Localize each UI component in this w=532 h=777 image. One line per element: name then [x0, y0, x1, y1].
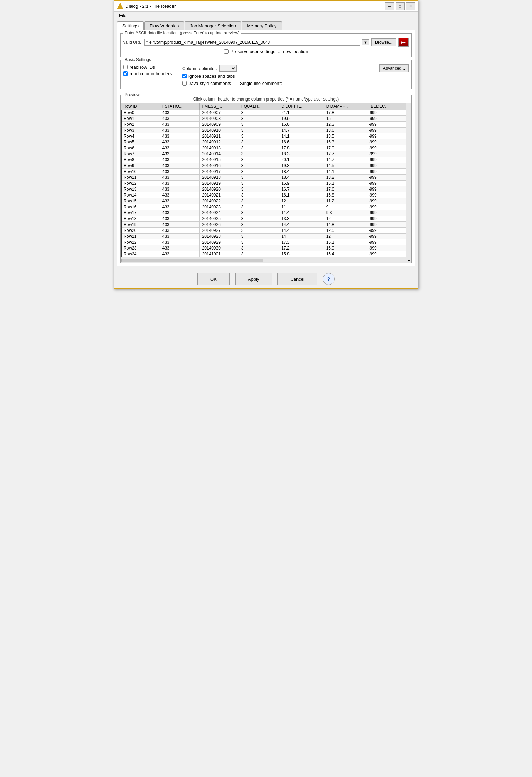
browse-button[interactable]: Browse... [371, 38, 396, 46]
tab-flow-variables[interactable]: Flow Variables [144, 21, 184, 30]
cell-data: 433 [160, 192, 200, 198]
preserve-label: Preserve user settings for new location [231, 49, 308, 54]
cell-data: 18.4 [279, 169, 324, 175]
help-button[interactable]: ? [323, 273, 335, 285]
cell-data: 3 [239, 133, 279, 139]
table-row: Row1043320140917318.414.1-999 [121, 169, 406, 175]
menu-file[interactable]: File [117, 12, 128, 19]
h-scrollbar-right[interactable]: ▶ [406, 257, 411, 263]
cell-rowid: Row13 [121, 186, 160, 192]
cell-data: 20140908 [200, 116, 239, 122]
col-header-qualit[interactable]: I QUALIT... [239, 103, 279, 110]
cell-rowid: Row11 [121, 175, 160, 181]
cell-rowid: Row24 [121, 251, 160, 257]
cell-data: 20140927 [200, 228, 239, 234]
cell-data: 15.1 [324, 239, 366, 245]
url-dropdown-button[interactable]: ▼ [362, 39, 369, 45]
read-row-ids-checkbox[interactable] [123, 65, 128, 69]
read-col-headers-checkbox[interactable] [123, 71, 128, 76]
table-row: Row043320140907321.117.8-999 [121, 110, 406, 116]
table-row: Row2043320140927314.412.5-999 [121, 228, 406, 234]
cell-rowid: Row23 [121, 245, 160, 251]
cell-data: 20.1 [279, 157, 324, 163]
preserve-checkbox[interactable] [224, 49, 229, 54]
cell-rowid: Row3 [121, 128, 160, 133]
tab-job-manager[interactable]: Job Manager Selection [185, 21, 241, 30]
table-row: Row843320140915320.114.7-999 [121, 157, 406, 163]
cell-data: 16.1 [279, 192, 324, 198]
close-button[interactable]: ✕ [406, 2, 415, 10]
java-comments-checkbox[interactable] [182, 81, 187, 86]
col-header-statio[interactable]: I STATIO... [160, 103, 200, 110]
cell-data: 20140907 [200, 110, 239, 116]
table-row: Row143320140908319.915-999 [121, 116, 406, 122]
apply-button[interactable]: Apply [235, 273, 272, 285]
url-row: valid URL: ▼ Browse... ▶● [123, 38, 409, 47]
url-input[interactable] [144, 39, 360, 46]
cell-data: 3 [239, 169, 279, 175]
cell-data: 20140914 [200, 151, 239, 157]
cell-data: 433 [160, 204, 200, 210]
cell-data: 16.6 [279, 139, 324, 145]
comment-row: Java-style comments Single line comment: [182, 80, 409, 86]
app-icon [117, 3, 123, 9]
tab-settings[interactable]: Settings [117, 21, 144, 30]
cell-data: 14.1 [324, 169, 366, 175]
preview-table-wrapper[interactable]: Row ID I STATIO... I MESS_... I QUALIT..… [121, 103, 406, 257]
ignore-spaces-row: ignore spaces and tabs [182, 73, 409, 79]
h-scrollbar-thumb[interactable] [121, 259, 263, 262]
cell-rowid: Row1 [121, 116, 160, 122]
minimize-button[interactable]: ─ [385, 2, 394, 10]
cell-data: 433 [160, 175, 200, 181]
table-row: Row214332014092831412-999 [121, 234, 406, 239]
col-header-dampf[interactable]: D DAMPF... [324, 103, 366, 110]
cell-data: 16.6 [279, 122, 324, 128]
cell-data: 433 [160, 198, 200, 204]
cell-rowid: Row20 [121, 228, 160, 234]
cell-data: 19.3 [279, 163, 324, 169]
cell-data: 3 [239, 122, 279, 128]
col-header-luftte[interactable]: D LUFTTE... [279, 103, 324, 110]
table-body: Row043320140907321.117.8-999Row143320140… [121, 110, 406, 257]
cell-data: -999 [366, 151, 406, 157]
cancel-button[interactable]: Cancel [277, 273, 317, 285]
read-row-ids-row: read row IDs [123, 64, 179, 70]
cell-rowid: Row22 [121, 239, 160, 245]
col-delimiter-select[interactable]: ; , TAB [219, 65, 237, 72]
cell-rowid: Row19 [121, 222, 160, 228]
cell-data: 433 [160, 139, 200, 145]
cell-data: 3 [239, 216, 279, 222]
cell-data: 433 [160, 234, 200, 239]
cell-rowid: Row16 [121, 204, 160, 210]
cell-data: 12 [324, 216, 366, 222]
ok-button[interactable]: OK [197, 273, 230, 285]
table-row: Row243320140909316.612.3-999 [121, 122, 406, 128]
cell-data: 433 [160, 116, 200, 122]
flow-variable-button[interactable]: ▶● [398, 38, 409, 47]
cell-data: 433 [160, 110, 200, 116]
ignore-spaces-checkbox[interactable] [182, 74, 187, 78]
url-section-title: Enter ASCII data file location: (press '… [123, 30, 241, 35]
col-header-bedec[interactable]: I BEDEC... [366, 103, 406, 110]
cell-data: 11.4 [279, 210, 324, 216]
col-delimiter-row: Column delimiter: ; , TAB Advanced... [182, 64, 409, 72]
advanced-button[interactable]: Advanced... [379, 64, 409, 72]
vertical-scrollbar[interactable] [406, 103, 411, 257]
cell-data: 433 [160, 245, 200, 251]
cell-data: 15.8 [324, 192, 366, 198]
cell-data: 16.7 [279, 186, 324, 192]
cell-data: 3 [239, 116, 279, 122]
tab-memory-policy[interactable]: Memory Policy [242, 21, 282, 30]
col-header-mess[interactable]: I MESS_... [200, 103, 239, 110]
cell-data: -999 [366, 145, 406, 151]
cell-data: 3 [239, 157, 279, 163]
table-row: Row743320140914318.317.7-999 [121, 151, 406, 157]
maximize-button[interactable]: □ [396, 2, 405, 10]
table-row: Row443320140911314.113.5-999 [121, 133, 406, 139]
single-line-comment-input[interactable] [284, 80, 294, 86]
cell-data: 433 [160, 151, 200, 157]
cell-data: 3 [239, 175, 279, 181]
cell-rowid: Row4 [121, 133, 160, 139]
cell-data: 433 [160, 128, 200, 133]
col-header-rowid[interactable]: Row ID [121, 103, 160, 110]
